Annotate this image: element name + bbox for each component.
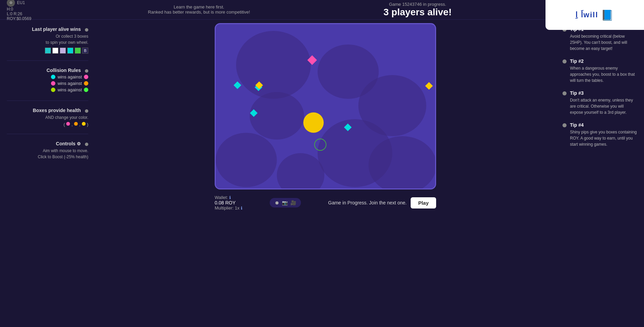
- rule-row-2: wins against: [7, 81, 88, 86]
- logo-book-icon: 📘: [601, 9, 614, 21]
- game-status: Game 15243746 in progress. 3 players ali…: [366, 2, 468, 18]
- player-yellow: [303, 112, 324, 133]
- wins-against-1: wins against: [57, 74, 82, 79]
- cursor-ring: [314, 139, 326, 151]
- center-info: Learn the game here first. Ranked has be…: [148, 4, 250, 15]
- record-button[interactable]: ⏺: [274, 200, 279, 205]
- last-player-title: Last player alive wins: [32, 26, 81, 32]
- boxes-sub: AND change your color.: [7, 114, 88, 121]
- dot-pink-2: [51, 81, 55, 86]
- tip-2-title: Tip #2: [570, 58, 637, 64]
- learn-text: Learn the game here first.: [174, 4, 224, 10]
- last-player-dot: [85, 28, 88, 32]
- left-panel: Last player alive wins Or collect 3 boxe…: [7, 23, 88, 324]
- level-rank: L:0 R:26: [7, 12, 22, 16]
- players-alive: 3 players alive!: [383, 7, 452, 18]
- color-box-b: B: [82, 48, 88, 54]
- wins-against-3: wins against: [57, 87, 82, 92]
- tip-1-body: Avoid becoming critical (below 25HP). Yo…: [570, 33, 637, 52]
- tip-2-body: When a dangerous enemy approaches you, b…: [570, 65, 637, 84]
- main-layout: Last player alive wins Or collect 3 boxe…: [0, 20, 644, 327]
- tip-3-content: Tip #3 Don't attack an enemy, unless the…: [570, 90, 637, 115]
- tip-4: Tip #4 Shiny pips give you boxes contain…: [562, 122, 637, 147]
- server-label: ⊙ EU1: [7, 0, 25, 7]
- pip-gold-2: [425, 82, 433, 90]
- blob-7: [369, 136, 436, 189]
- roy-balance: ROY:$0.0569: [7, 16, 31, 21]
- last-player-sub1: Or collect 3 boxes: [7, 33, 88, 39]
- bottom-bar: Wallet: ℹ 0.08 ROY Multiplier: 1x ℹ ⏺ 📷 …: [215, 193, 436, 213]
- collision-dot: [85, 69, 88, 73]
- server-name: EU1: [17, 0, 25, 5]
- controls-dot: [85, 143, 88, 146]
- wallet-amount: 0.08 ROY: [215, 200, 235, 205]
- last-player-sub2: to spin your own wheel.: [7, 39, 88, 46]
- color-boxes: B: [7, 48, 88, 54]
- controls-title: Controls ⚙: [56, 141, 81, 146]
- gear-icon: ⚙: [77, 141, 81, 146]
- paren-open: (: [64, 122, 65, 127]
- dot-yellowgreen-3: [51, 88, 55, 92]
- boxes-title: Boxes provide health: [33, 108, 81, 113]
- boxes-dots: ( , , ): [7, 122, 88, 127]
- blob-6: [216, 133, 277, 187]
- camera-button[interactable]: 📷: [282, 200, 288, 205]
- pip-cyan-1: [234, 81, 242, 89]
- tip-4-title: Tip #4: [570, 122, 637, 128]
- server-icon: ⊙: [7, 0, 15, 7]
- box-dot-pink: [66, 122, 70, 126]
- multiplier-label: Multiplier:: [215, 205, 234, 211]
- tip-3-title: Tip #3: [570, 90, 637, 96]
- tip-2-content: Tip #2 When a dangerous enemy approaches…: [570, 58, 637, 84]
- tip-2: Tip #2 When a dangerous enemy approaches…: [562, 58, 637, 84]
- controls-sub1: Aim with mouse to move.: [7, 148, 88, 154]
- blob-4: [250, 92, 304, 140]
- tip-3-body: Don't attack an enemy, unless they are c…: [570, 97, 637, 115]
- paren-close: ): [87, 122, 88, 127]
- center-area: Wallet: ℹ 0.08 ROY Multiplier: 1x ℹ ⏺ 📷 …: [94, 23, 557, 324]
- logo-box: اَ اِwill 📘: [545, 0, 644, 30]
- wallet-info-icon: ℹ: [229, 195, 231, 200]
- tip-1: Tip #1 Avoid becoming critical (below 25…: [562, 26, 637, 52]
- dot-green2-3: [84, 88, 88, 92]
- tip-3: Tip #3 Don't attack an enemy, unless the…: [562, 90, 637, 115]
- rule-row-3: wins against: [7, 87, 88, 92]
- blob-1: [236, 31, 311, 99]
- collision-rules-section: Collision Rules wins against wins agains…: [7, 68, 88, 94]
- game-id: Game 15243746 in progress.: [389, 2, 446, 7]
- server-info: ⊙ EU1 H:0 L:0 R:26 ROY:$0.0569: [7, 0, 31, 21]
- multiplier-info-icon: ℹ: [241, 206, 243, 211]
- boxes-dot: [85, 109, 88, 113]
- comma1: ,: [71, 122, 73, 127]
- tip-4-content: Tip #4 Shiny pips give you boxes contain…: [570, 122, 637, 147]
- dot-pink-1: [84, 75, 88, 79]
- logo-arabic-text: اَ اِwill: [575, 11, 598, 19]
- tip-3-dot: [562, 91, 567, 95]
- comma2: ,: [79, 122, 80, 127]
- color-box-green: [75, 48, 81, 54]
- hp-info: H:0: [7, 7, 13, 12]
- right-panel: Tip #1 Avoid becoming critical (below 25…: [562, 23, 637, 324]
- ranked-text: Ranked has better rewards, but is more c…: [148, 10, 250, 15]
- controls-sub2: Click to Boost (-25% health): [7, 154, 88, 160]
- tip-2-dot: [562, 59, 567, 63]
- tip-1-content: Tip #1 Avoid becoming critical (below 25…: [570, 26, 637, 52]
- controls-section: Controls ⚙ Aim with mouse to move. Click…: [7, 141, 88, 160]
- box-dot-orange: [74, 122, 78, 126]
- multiplier-value: 1x: [235, 205, 239, 211]
- wins-against-2: wins against: [57, 81, 82, 86]
- dot-orange-2: [84, 81, 88, 86]
- rule-row-1: wins against: [7, 74, 88, 79]
- logo: اَ اِwill 📘: [575, 9, 614, 21]
- last-player-section: Last player alive wins Or collect 3 boxe…: [7, 26, 88, 54]
- play-button[interactable]: Play: [411, 197, 436, 208]
- media-controls: ⏺ 📷 🎥: [270, 198, 301, 207]
- boxes-section: Boxes provide health AND change your col…: [7, 108, 88, 127]
- game-canvas: [215, 23, 436, 189]
- game-progress-msg: Game in Progress. Join the next one.: [328, 200, 407, 205]
- wallet-info: Wallet: ℹ 0.08 ROY Multiplier: 1x ℹ: [215, 195, 243, 211]
- blob-8: [277, 153, 324, 189]
- video-button[interactable]: 🎥: [290, 200, 296, 205]
- color-box-ltpurple: [60, 48, 66, 54]
- tip-4-dot: [562, 123, 567, 127]
